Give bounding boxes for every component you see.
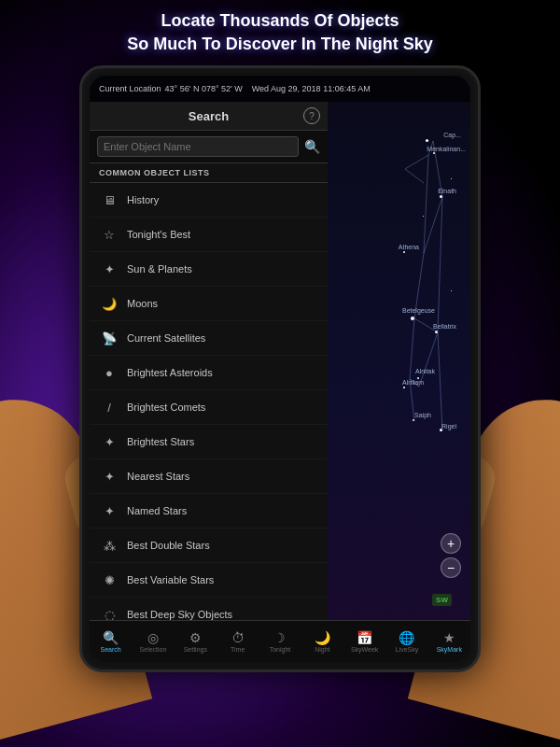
coordinates: 43° 56' N 078° 52' W — [165, 84, 243, 93]
list-item-current-satellites[interactable]: 📡 Current Satellites — [90, 321, 328, 356]
svg-line-9 — [424, 197, 442, 253]
location-label: Current Location — [99, 84, 161, 93]
tablet: Cap... Menkalinan... Elnath Athena Betel… — [79, 65, 481, 672]
nav-item-skyweek[interactable]: 📅 SkyWeek — [343, 631, 385, 653]
nav-label-skymark: SkyMark — [437, 646, 462, 653]
svg-line-10 — [424, 155, 428, 253]
list-icon-tonights-best: ☆ — [99, 224, 119, 245]
svg-line-1 — [410, 318, 414, 379]
svg-line-8 — [438, 197, 442, 332]
list-item-brightest-comets[interactable]: / Brightest Comets — [90, 390, 328, 425]
svg-line-12 — [428, 141, 433, 155]
info-button[interactable]: ? — [303, 107, 320, 124]
list-icon-brightest-comets: / — [99, 397, 119, 417]
list-icon-named-stars: ✦ — [99, 500, 119, 521]
search-input-row: 🔍 — [90, 131, 328, 163]
list-icon-sun-planets: ✦ — [99, 259, 119, 279]
list-item-named-stars[interactable]: ✦ Named Stars — [90, 494, 328, 529]
list-label-current-satellites: Current Satellites — [127, 332, 205, 344]
svg-line-5 — [438, 332, 442, 430]
nav-label-settings: Settings — [184, 646, 207, 653]
search-submit-button[interactable]: 🔍 — [304, 139, 320, 154]
nav-label-night: Night — [315, 646, 329, 653]
svg-line-7 — [414, 253, 424, 318]
nav-item-night[interactable]: 🌙 Night — [301, 631, 343, 653]
list-icon-best-double-stars: ⁂ — [99, 535, 119, 556]
search-input[interactable] — [97, 136, 299, 157]
list-item-brightest-stars[interactable]: ✦ Brightest Stars — [90, 425, 328, 459]
search-panel: Search ? 🔍 COMMON OBJECT LISTS 🖥 History… — [90, 102, 328, 620]
nav-label-time: Time — [231, 646, 245, 653]
status-bar: Current Location 43° 56' N 078° 52' W We… — [90, 76, 470, 102]
svg-line-13 — [405, 155, 428, 169]
svg-line-11 — [433, 141, 442, 197]
list-icon-best-variable-stars: ✺ — [99, 570, 119, 590]
nav-icon-time: ⏱ — [231, 631, 245, 644]
list-item-best-double-stars[interactable]: ⁂ Best Double Stars — [90, 529, 328, 563]
list-label-brightest-stars: Brightest Stars — [127, 436, 194, 447]
list-item-moons[interactable]: 🌙 Moons — [90, 287, 328, 321]
zoom-controls: + − — [441, 533, 461, 578]
search-title: Search — [114, 109, 303, 123]
list-item-history[interactable]: 🖥 History — [90, 183, 328, 218]
nav-icon-selection: ◎ — [147, 631, 159, 644]
list-label-history: History — [127, 194, 159, 205]
nav-item-skymark[interactable]: ★ SkyMark — [428, 631, 470, 653]
zoom-out-button[interactable]: − — [441, 557, 461, 578]
nav-label-livesky: LiveSky — [396, 646, 419, 653]
tablet-screen: Cap... Menkalinan... Elnath Athena Betel… — [90, 76, 470, 662]
svg-line-6 — [410, 379, 419, 387]
zoom-in-button[interactable]: + — [441, 533, 461, 554]
list-icon-moons: 🌙 — [99, 293, 119, 314]
sw-badge: SW — [432, 594, 452, 606]
nav-icon-night: 🌙 — [315, 631, 330, 644]
list-label-nearest-stars: Nearest Stars — [127, 471, 189, 482]
header-line2: So Much To Discover In The Night Sky — [0, 33, 560, 56]
list-label-named-stars: Named Stars — [127, 505, 187, 516]
list-icon-brightest-asteroids: ● — [99, 362, 119, 383]
nav-item-tonight[interactable]: ☽ Tonight — [259, 631, 301, 653]
object-list: 🖥 History ☆ Tonight's Best ✦ Sun & Plane… — [90, 183, 328, 620]
common-objects-header: COMMON OBJECT LISTS — [90, 163, 328, 183]
list-label-moons: Moons — [127, 298, 158, 309]
nav-item-settings[interactable]: ⚙ Settings — [175, 631, 217, 653]
list-icon-nearest-stars: ✦ — [99, 466, 119, 486]
nav-icon-skyweek: 📅 — [357, 631, 372, 644]
datetime: Wed Aug 29, 2018 11:06:45 AM — [252, 84, 371, 93]
list-item-brightest-asteroids[interactable]: ● Brightest Asteroids — [90, 356, 328, 390]
nav-label-search: Search — [101, 646, 121, 653]
nav-item-livesky[interactable]: 🌐 LiveSky — [385, 631, 427, 653]
nav-icon-livesky: 🌐 — [399, 631, 414, 644]
list-icon-current-satellites: 📡 — [99, 328, 119, 348]
svg-line-14 — [405, 169, 424, 183]
list-label-best-deep-sky: Best Deep Sky Objects — [127, 609, 232, 620]
list-label-brightest-asteroids: Brightest Asteroids — [127, 367, 213, 378]
nav-icon-settings: ⚙ — [189, 631, 202, 644]
list-label-best-double-stars: Best Double Stars — [127, 540, 210, 551]
list-item-tonights-best[interactable]: ☆ Tonight's Best — [90, 218, 328, 252]
list-item-sun-planets[interactable]: ✦ Sun & Planets — [90, 252, 328, 287]
header-line1: Locate Thousands Of Objects — [0, 9, 560, 33]
search-header: Search ? — [90, 102, 328, 131]
svg-line-3 — [419, 332, 438, 387]
bottom-nav: 🔍 Search ◎ Selection ⚙ Settings ⏱ Time ☽… — [90, 620, 470, 662]
nav-label-skyweek: SkyWeek — [351, 646, 378, 653]
nav-label-selection: Selection — [140, 646, 167, 653]
nav-label-tonight: Tonight — [270, 646, 291, 653]
list-label-tonights-best: Tonight's Best — [127, 229, 190, 240]
list-label-brightest-comets: Brightest Comets — [127, 402, 205, 413]
list-icon-best-deep-sky: ◌ — [99, 604, 119, 620]
svg-line-4 — [410, 379, 414, 421]
nav-item-search[interactable]: 🔍 Search — [90, 631, 132, 653]
list-item-nearest-stars[interactable]: ✦ Nearest Stars — [90, 459, 328, 494]
svg-line-0 — [414, 318, 438, 332]
nav-icon-skymark: ★ — [443, 631, 455, 644]
nav-item-time[interactable]: ⏱ Time — [217, 631, 259, 653]
nav-icon-tonight: ☽ — [273, 631, 286, 644]
list-label-best-variable-stars: Best Variable Stars — [127, 574, 214, 585]
nav-item-selection[interactable]: ◎ Selection — [132, 631, 174, 653]
list-item-best-deep-sky[interactable]: ◌ Best Deep Sky Objects — [90, 598, 328, 620]
list-item-best-variable-stars[interactable]: ✺ Best Variable Stars — [90, 563, 328, 598]
list-icon-brightest-stars: ✦ — [99, 431, 119, 452]
list-label-sun-planets: Sun & Planets — [127, 263, 192, 275]
